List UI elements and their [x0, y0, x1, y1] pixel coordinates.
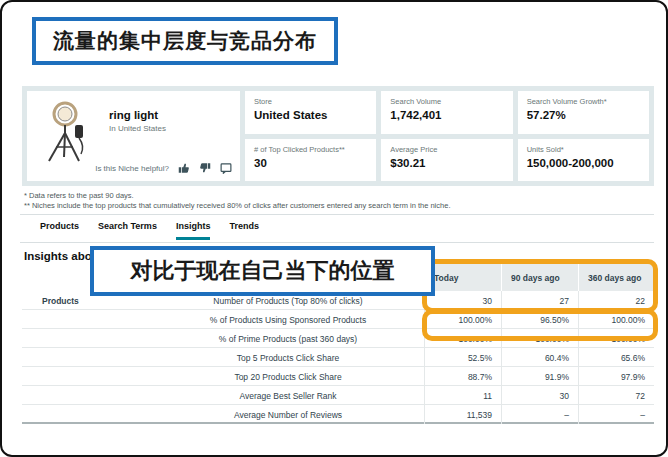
cell-value: – [501, 405, 578, 424]
cell-value: 96.50% [501, 310, 578, 329]
thumbs-down-icon[interactable] [199, 162, 211, 174]
category-label: Products [22, 296, 192, 306]
cell-value: 30 [501, 386, 578, 405]
cell-value: 88.7% [424, 367, 501, 386]
column-header-360-days-ago[interactable]: 360 days ago [578, 264, 654, 291]
cell-value: 97.9% [578, 367, 654, 386]
tab-insights[interactable]: Insights [176, 221, 211, 240]
metric-label: Average Best Seller Rank [192, 391, 424, 401]
stat-label: Search Volume Growth* [527, 97, 640, 106]
stat-label: # of Top Clicked Products** [254, 145, 367, 154]
table-row: % of Products Using Sponsored Products 1… [22, 310, 654, 329]
stat-card-store: Store United States [245, 91, 376, 134]
tab-trends[interactable]: Trends [229, 221, 259, 240]
stat-label: Average Price [390, 145, 503, 154]
footnote-2: ** Niches include the top products that … [24, 201, 450, 211]
niche-overview-panel: ring light In United States Is this Nich… [22, 86, 654, 186]
metric-label: Number of Products (Top 80% of clicks) [192, 296, 424, 306]
table-row: Top 5 Products Click Share 52.5% 60.4% 6… [22, 348, 654, 367]
cell-value: 100.00% [578, 310, 654, 329]
stat-value: 30 [254, 157, 367, 169]
insight-annotation-text: 对比于现在自己当下的位置 [131, 256, 395, 286]
insight-annotation-box: 对比于现在自己当下的位置 [90, 246, 435, 296]
stat-card-average-price: Average Price $30.21 [381, 139, 512, 182]
table-row: % of Prime Products (past 360 days) 100.… [22, 329, 654, 348]
cell-value: 27 [501, 291, 578, 310]
stat-card-search-volume: Search Volume 1,742,401 [381, 91, 512, 134]
table-row: Average Best Seller Rank 11 30 72 [22, 386, 654, 405]
column-header-today[interactable]: Today [424, 264, 501, 291]
niche-card: ring light In United States Is this Nich… [27, 91, 240, 181]
cell-value: 30 [424, 291, 501, 310]
stat-value: United States [254, 109, 367, 121]
cell-value: 91.9% [501, 367, 578, 386]
metric-label: Average Number of Reviews [192, 410, 424, 420]
tab-search-terms[interactable]: Search Terms [98, 221, 157, 240]
cell-value: 60.4% [501, 348, 578, 367]
tab-products[interactable]: Products [40, 221, 79, 240]
stat-label: Search Volume [390, 97, 503, 106]
stat-card-units-sold: Units Sold* 150,000-200,000 [518, 139, 649, 182]
cell-value: 52.5% [424, 348, 501, 367]
cell-value: – [578, 405, 654, 424]
cell-value: 11,539 [424, 405, 501, 424]
helpful-prompt: Is this Niche helpful? [95, 164, 169, 173]
stat-value: $30.21 [390, 157, 503, 169]
title-annotation-box: 流量的集中层度与竞品分布 [32, 17, 338, 65]
thumbs-up-icon[interactable] [178, 162, 190, 174]
cell-value: 22 [578, 291, 654, 310]
stat-value: 57.27% [527, 109, 640, 121]
footnotes: * Data refers to the past 90 days. ** Ni… [24, 191, 450, 211]
niche-name: ring light [109, 109, 166, 121]
cell-value: 100.00% [501, 329, 578, 348]
stat-card-top-clicked-products: # of Top Clicked Products** 30 [245, 139, 376, 182]
ring-light-thumbnail [35, 99, 101, 165]
cell-value: 65.6% [578, 348, 654, 367]
feedback-icon[interactable] [220, 162, 232, 174]
column-header-90-days-ago[interactable]: 90 days ago [501, 264, 578, 291]
metric-label: Top 5 Products Click Share [192, 353, 424, 363]
niche-region: In United States [109, 124, 166, 133]
cell-value: 72 [578, 386, 654, 405]
table-row: Average Number of Reviews 11,539 – – [22, 405, 654, 424]
metric-label: Top 20 Products Click Share [192, 372, 424, 382]
divider [20, 214, 654, 215]
stat-value: 1,742,401 [390, 109, 503, 121]
cell-value: 100.00% [578, 329, 654, 348]
stat-value: 150,000-200,000 [527, 157, 640, 169]
slide: 流量的集中层度与竞品分布 ring light In Uni [0, 0, 668, 457]
cell-value: 100.00% [424, 329, 501, 348]
cell-value: 11 [424, 386, 501, 405]
tab-bar: Products Search Terms Insights Trends [40, 221, 259, 240]
stat-label: Store [254, 97, 367, 106]
stat-card-search-volume-growth: Search Volume Growth* 57.27% [518, 91, 649, 134]
metric-label: % of Products Using Sponsored Products [192, 315, 424, 325]
divider [20, 242, 654, 243]
table-row: Top 20 Products Click Share 88.7% 91.9% … [22, 367, 654, 386]
metric-label: % of Prime Products (past 360 days) [192, 334, 424, 344]
stat-label: Units Sold* [527, 145, 640, 154]
footnote-1: * Data refers to the past 90 days. [24, 191, 450, 201]
cell-value: 100.00% [424, 310, 501, 329]
title-annotation-text: 流量的集中层度与竞品分布 [53, 27, 317, 55]
